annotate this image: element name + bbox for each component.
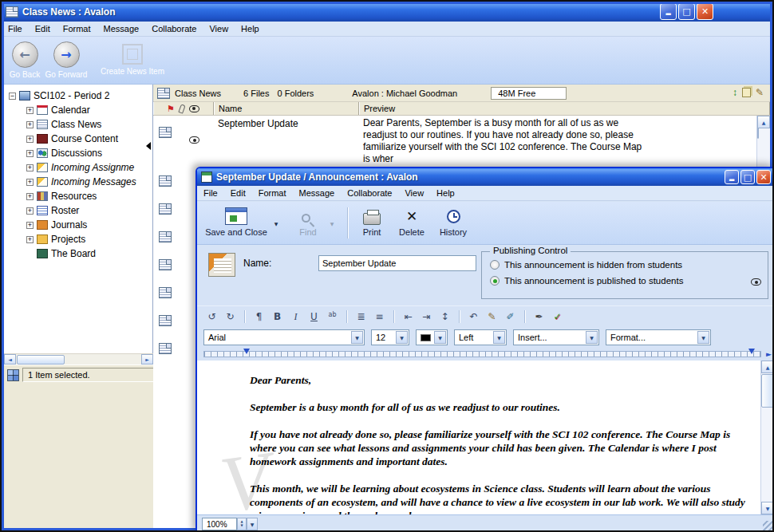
column-header-preview[interactable]: Preview <box>359 102 770 115</box>
sort-arrows-icon[interactable] <box>733 87 737 98</box>
news-item-icon[interactable] <box>159 203 172 215</box>
close-button[interactable] <box>697 3 713 20</box>
zoom-value[interactable]: 100% <box>202 518 237 530</box>
create-news-item-button[interactable]: Create News Item <box>96 41 169 76</box>
tree-item-course-content[interactable]: Course Content <box>4 132 152 146</box>
news-item-icon[interactable] <box>159 315 172 326</box>
scroll-left-icon[interactable]: ◄ <box>4 354 16 365</box>
go-back-button[interactable]: ← Go Back <box>6 41 43 79</box>
indent-icon[interactable] <box>418 309 435 325</box>
tree-root-sci102[interactable]: SCI102 - Period 2 <box>4 89 152 103</box>
format-select[interactable]: Format... <box>606 329 711 345</box>
bullet-list-icon[interactable] <box>353 309 369 325</box>
tree-item-the-board[interactable]: The Board <box>4 246 152 261</box>
news-item-icon[interactable] <box>159 259 172 270</box>
save-and-close-button[interactable]: Save and Close <box>202 205 271 237</box>
font-size-select[interactable]: 12 <box>371 329 409 345</box>
item-name[interactable]: September Update <box>218 118 298 129</box>
find-button[interactable]: Find <box>290 205 326 237</box>
flag-icon[interactable] <box>167 104 175 113</box>
menu-edit[interactable]: Edit <box>224 186 252 201</box>
scrollbar-thumb[interactable] <box>761 374 774 408</box>
find-options-dropdown-icon[interactable] <box>328 218 336 227</box>
menu-file[interactable]: File <box>2 22 29 37</box>
go-forward-button[interactable]: → Go Forward <box>43 41 89 79</box>
history-button[interactable]: History <box>433 205 473 237</box>
tree-item-discussions[interactable]: Discussions <box>4 146 152 160</box>
option-hidden-from-students[interactable]: This announcement is hidden from student… <box>490 260 682 270</box>
class-news-titlebar[interactable]: Class News : Avalon <box>2 2 772 22</box>
expand-toggle[interactable] <box>26 193 34 200</box>
alignment-select[interactable]: Left <box>454 329 507 345</box>
body-text[interactable]: Dear Parents, September is a busy month … <box>250 373 752 514</box>
expand-toggle[interactable] <box>26 236 34 243</box>
menu-collaborate[interactable]: Collaborate <box>341 186 398 201</box>
collapse-toggle[interactable] <box>9 93 16 100</box>
tree-item-class-news[interactable]: Class News <box>4 117 152 132</box>
expand-toggle[interactable] <box>26 179 34 186</box>
maximize-button[interactable] <box>678 3 695 20</box>
underline-icon[interactable] <box>306 309 322 325</box>
news-item-icon[interactable] <box>159 231 172 242</box>
scroll-up-icon[interactable]: ▲ <box>757 116 770 128</box>
menu-view[interactable]: View <box>398 186 430 201</box>
dropdown-arrow-icon[interactable] <box>697 331 709 344</box>
dropdown-arrow-icon[interactable] <box>396 331 408 344</box>
tree-item-roster[interactable]: Roster <box>4 203 152 218</box>
news-item-icon[interactable] <box>159 287 172 298</box>
dropdown-arrow-icon[interactable] <box>586 331 598 344</box>
undo-typing-icon[interactable] <box>465 309 482 325</box>
menu-file[interactable]: File <box>197 186 224 201</box>
line-spacing-icon[interactable] <box>436 309 453 325</box>
zoom-control[interactable]: 100% ▲▼ <box>202 518 258 530</box>
expand-toggle[interactable] <box>26 150 34 157</box>
option-published-to-students[interactable]: This announcement is published to studen… <box>490 276 683 286</box>
body-vertical-scrollbar[interactable]: ▲ ▼ <box>760 361 774 514</box>
tree-item-resources[interactable]: Resources <box>4 189 152 203</box>
scroll-up-icon[interactable]: ▲ <box>761 361 774 373</box>
menu-message[interactable]: Message <box>97 22 146 37</box>
menu-view[interactable]: View <box>203 22 235 37</box>
outdent-icon[interactable] <box>400 309 417 325</box>
radio-hidden[interactable] <box>490 260 500 270</box>
name-input[interactable] <box>318 255 476 271</box>
undo-icon[interactable] <box>203 309 220 325</box>
resize-grip[interactable] <box>763 521 773 531</box>
dropdown-arrow-icon[interactable] <box>351 331 363 344</box>
highlighter-icon[interactable] <box>502 309 519 325</box>
menu-format[interactable]: Format <box>57 22 97 37</box>
spell-check-icon[interactable] <box>549 309 566 325</box>
menu-message[interactable]: Message <box>293 186 342 201</box>
tree-horizontal-scrollbar[interactable]: ◄ ► <box>4 353 153 365</box>
zoom-dropdown-icon[interactable] <box>247 518 258 530</box>
dropdown-arrow-icon[interactable] <box>493 331 505 344</box>
radio-published[interactable] <box>490 276 500 286</box>
expand-toggle[interactable] <box>26 207 34 215</box>
column-header-name[interactable]: Name <box>214 102 359 115</box>
font-color-select[interactable] <box>416 329 448 345</box>
minimize-button[interactable] <box>660 3 677 20</box>
signature-icon[interactable] <box>531 309 547 325</box>
bold-icon[interactable] <box>269 309 286 325</box>
numbered-list-icon[interactable] <box>371 309 388 325</box>
news-item-icon[interactable] <box>159 343 172 354</box>
eye-icon[interactable] <box>189 105 199 112</box>
news-item-icon[interactable] <box>159 127 172 138</box>
tree-item-projects[interactable]: Projects <box>4 232 152 246</box>
attachment-icon[interactable] <box>178 104 185 113</box>
print-button[interactable]: Print <box>353 205 390 237</box>
scroll-down-icon[interactable]: ▼ <box>761 502 774 514</box>
minimize-button[interactable] <box>725 170 739 184</box>
right-margin-marker[interactable] <box>748 349 755 354</box>
left-margin-marker[interactable] <box>243 349 250 354</box>
redo-icon[interactable] <box>222 309 239 325</box>
menu-collaborate[interactable]: Collaborate <box>145 22 203 37</box>
pen-icon[interactable] <box>484 309 500 325</box>
news-item-icon[interactable] <box>159 175 172 187</box>
menu-edit[interactable]: Edit <box>29 22 57 37</box>
font-family-select[interactable]: Arial <box>203 329 365 345</box>
message-body[interactable]: V Dear Parents, September is a busy mont… <box>197 361 774 514</box>
tree-item-calendar[interactable]: Calendar <box>4 103 152 117</box>
tree-item-incoming-assignments[interactable]: Incoming Assignme <box>4 160 152 175</box>
paragraph-icon[interactable] <box>251 309 267 325</box>
